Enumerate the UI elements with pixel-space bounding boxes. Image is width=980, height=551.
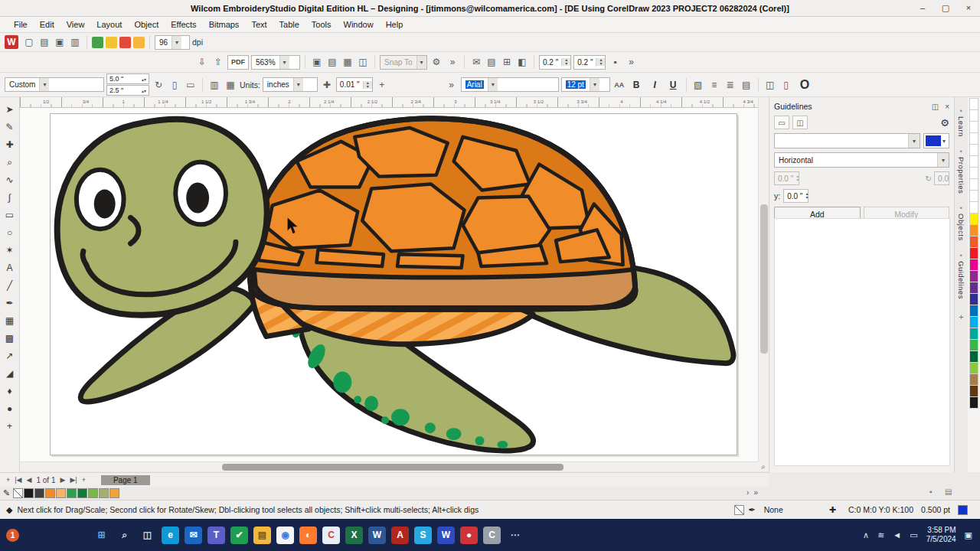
landscape-icon[interactable]: ▭ <box>184 78 198 92</box>
turtle-artwork[interactable] <box>51 114 737 455</box>
overflow-chevron-icon[interactable]: » <box>624 55 638 69</box>
object-width-field[interactable]: 5.0 "▴▾ <box>106 73 149 84</box>
menu-item[interactable]: Edit <box>34 17 60 32</box>
toolbox-tool[interactable]: ∫ <box>2 190 18 205</box>
drawing-page[interactable] <box>50 113 737 455</box>
toolbox-tool[interactable]: ♦ <box>2 383 18 399</box>
menu-item[interactable]: Bitmaps <box>203 17 246 32</box>
color-swatch[interactable] <box>34 488 44 498</box>
menu-item[interactable]: Layout <box>90 17 128 32</box>
taskbar-app-icon[interactable]: S <box>414 527 432 544</box>
palette-color-cell[interactable] <box>969 144 978 156</box>
chevron-down-icon[interactable]: ▾ <box>279 56 289 69</box>
taskbar-app-icon[interactable]: ⊞ <box>93 527 110 544</box>
toolbox-tool[interactable]: ✎ <box>2 119 18 135</box>
toolbox-tool[interactable]: ⌕ <box>2 155 18 170</box>
color-swatch[interactable] <box>99 488 109 498</box>
spinner-arrows[interactable]: ▴▾ <box>596 58 605 66</box>
docker-tab[interactable]: ▪ Objects <box>957 199 965 246</box>
taskbar-app-icon[interactable]: C <box>322 527 340 544</box>
menu-item[interactable]: Object <box>128 17 165 32</box>
underline-button[interactable]: U <box>665 77 681 93</box>
palette-color-cell[interactable] <box>969 282 978 294</box>
menu-item[interactable]: View <box>60 17 91 32</box>
palette-color-cell[interactable] <box>969 190 978 202</box>
color-swatch[interactable] <box>77 488 87 498</box>
dpi-combobox[interactable]: 96 ▾ <box>155 35 190 50</box>
palette-color-cell[interactable] <box>969 373 978 386</box>
taskbar-app-icon[interactable]: ◫ <box>139 527 156 544</box>
taskbar-app-icon[interactable]: ▤ <box>253 527 271 544</box>
palette-scroll-icon[interactable]: › <box>746 488 749 497</box>
horizontal-scrollbar-thumb[interactable] <box>222 464 564 471</box>
toolbar-icon[interactable]: ▤ <box>38 35 51 49</box>
taskbar-app-icon[interactable]: T <box>207 527 225 544</box>
tray-icon[interactable]: ▭ <box>910 530 917 540</box>
colored-toolbar-icon[interactable] <box>133 37 145 48</box>
docker-tab[interactable]: ▪ Learn <box>957 102 965 142</box>
columns-icon[interactable]: ◫ <box>763 78 777 92</box>
vertical-scrollbar-thumb[interactable] <box>760 204 768 354</box>
toolbox-tool[interactable]: ↗ <box>2 348 18 364</box>
palette-color-cell[interactable] <box>969 305 978 317</box>
palette-color-cell[interactable] <box>969 178 978 191</box>
toolbar-icon[interactable]: ▣ <box>53 35 67 49</box>
tray-icon[interactable]: ≋ <box>877 530 884 540</box>
first-page-button[interactable]: |◀ <box>15 476 21 484</box>
palette-color-cell[interactable] <box>969 109 978 122</box>
toolbox-tool[interactable]: ▭ <box>2 207 18 223</box>
taskbar-app-icon[interactable]: X <box>345 527 363 544</box>
add-page-button[interactable]: + <box>6 476 10 484</box>
taskbar-app-icon[interactable]: A <box>391 527 409 544</box>
palette-color-cell[interactable] <box>969 270 978 282</box>
toolbox-tool[interactable]: + <box>2 419 18 434</box>
taskbar-app-icon[interactable]: ● <box>460 527 478 544</box>
palette-color-cell[interactable] <box>969 316 978 328</box>
last-page-button[interactable]: ▶| <box>70 476 77 484</box>
offset-stepper[interactable]: 0.2 " ▴▾ <box>539 55 571 70</box>
guideline-select-combobox[interactable]: ▾ <box>774 133 920 148</box>
page-tab[interactable]: Page 1 <box>101 475 150 485</box>
color-swatch[interactable] <box>67 488 77 498</box>
menu-item[interactable]: File <box>8 17 34 32</box>
palette-color-cell[interactable] <box>969 98 978 110</box>
font-scale-icon[interactable]: AA <box>612 78 626 92</box>
toolbox-tool[interactable]: ○ <box>2 225 18 240</box>
layout-icon[interactable]: ▥ <box>207 78 221 92</box>
guideline-list[interactable] <box>774 218 950 466</box>
palette-color-cell[interactable] <box>969 213 978 225</box>
palette-color-cell[interactable] <box>969 362 978 374</box>
toolbar-icon[interactable]: ▦ <box>341 55 354 69</box>
toolbar-icon[interactable]: ▣ <box>310 55 324 69</box>
horizontal-scrollbar[interactable] <box>20 461 758 471</box>
spinner-arrows[interactable]: ▴▾ <box>363 81 372 89</box>
chevron-down-icon[interactable]: ▾ <box>590 78 599 91</box>
palette-color-cell[interactable] <box>969 167 978 179</box>
preset-combobox[interactable]: Custom ▾ <box>5 77 104 92</box>
portrait-icon[interactable]: ▯ <box>168 78 181 92</box>
rotate-icon[interactable]: ↻ <box>152 78 165 92</box>
font-size-combobox[interactable]: 12 pt ▾ <box>561 77 610 92</box>
docker-close-icon[interactable]: × <box>945 103 949 111</box>
pdf-export-button[interactable]: PDF <box>227 55 249 70</box>
taskbar-app-icon[interactable]: ✉ <box>185 527 202 544</box>
taskbar-app-icon[interactable]: C <box>483 527 501 544</box>
options-gear-icon[interactable]: ⚙ <box>430 55 443 69</box>
overflow-chevron-icon[interactable]: » <box>445 78 459 92</box>
toolbox-tool[interactable]: A <box>2 260 18 276</box>
add-page-tab-button[interactable]: + <box>82 476 86 484</box>
toolbar-icon[interactable]: ◧ <box>515 55 529 69</box>
palette-color-cell[interactable] <box>969 155 978 168</box>
frame-icon[interactable]: ▯ <box>779 78 793 92</box>
palette-color-cell[interactable] <box>969 396 978 409</box>
font-combobox[interactable]: Arial ▾ <box>461 77 559 92</box>
palette-color-cell[interactable] <box>969 201 978 214</box>
guideline-color-picker[interactable]: ▾ <box>923 133 949 148</box>
chevron-down-icon[interactable]: ▾ <box>488 78 498 91</box>
taskbar-app-icon[interactable]: e <box>162 527 179 544</box>
palette-color-cell[interactable] <box>969 350 978 363</box>
chevron-down-icon[interactable]: ▾ <box>908 134 920 148</box>
lock-icon[interactable]: ▪ <box>929 487 933 496</box>
palette-color-cell[interactable] <box>969 385 978 397</box>
menu-item[interactable]: Table <box>273 17 305 32</box>
